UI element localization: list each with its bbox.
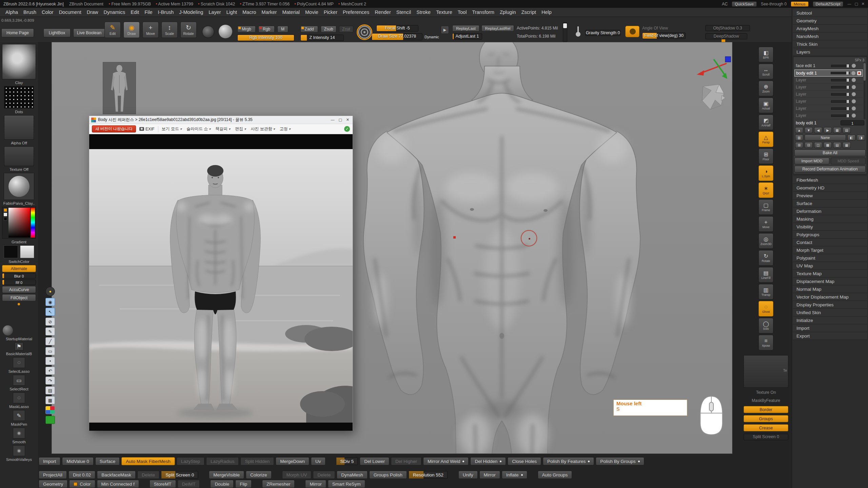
replay-icon[interactable] — [441, 26, 449, 34]
tool-palette-section[interactable]: Deformation — [793, 207, 867, 215]
menu-item[interactable]: Transform — [469, 8, 497, 16]
right-shelf-button[interactable]: ⊞ Floor — [758, 148, 773, 164]
saturation-value-square[interactable] — [8, 208, 30, 238]
layer-mask-icon[interactable] — [824, 142, 832, 148]
undo-icon[interactable]: ↶ — [45, 367, 55, 375]
bake-all-button[interactable]: Bake All — [794, 149, 866, 156]
bottom-bar-button[interactable]: Polish By Groups — [596, 457, 644, 465]
image-viewer-window[interactable]: Body 사진 레퍼런스 > 26e1c1eef58ae9ab0122abd39… — [89, 116, 353, 430]
layer-next-icon[interactable] — [824, 127, 832, 133]
menu-item[interactable]: Picker — [321, 8, 340, 16]
replay-last-button[interactable]: ReplayLast — [452, 25, 479, 32]
layer-visibility-icon[interactable] — [852, 114, 856, 118]
texture-slot-thumbnail[interactable]: Te — [744, 355, 788, 388]
menu-item[interactable]: Help — [539, 8, 554, 16]
bottom-bar-button[interactable]: ZRemesher — [262, 480, 295, 488]
layer-visibility-icon[interactable] — [851, 71, 855, 75]
layer-split-left-icon[interactable] — [847, 135, 855, 141]
bottom-bar-button[interactable]: LazyStep — [177, 457, 204, 465]
bottom-bar-button[interactable]: Smart ReSym — [328, 480, 365, 488]
z-intensity-slider[interactable]: Z Intensity 14 — [300, 35, 344, 41]
menu-item[interactable]: Brush — [21, 8, 39, 16]
menu-item[interactable]: Material — [279, 8, 302, 16]
menu-item[interactable]: Render — [372, 8, 394, 16]
zsub-button[interactable]: Zsub — [321, 26, 336, 33]
menu-item[interactable]: J-Modeling — [176, 8, 206, 16]
obj-shadow-slider[interactable]: ObjShadow 0.3 — [705, 25, 750, 31]
viewer-exif-button[interactable]: EXIF — [139, 127, 155, 131]
layer-row[interactable]: body edit 1 — [794, 69, 863, 77]
viewer-close-icon[interactable] — [346, 118, 349, 122]
menu-item[interactable]: Dynamics — [101, 8, 128, 16]
bottom-bar-button[interactable]: Del Higher — [391, 457, 421, 465]
import-mdd-button[interactable]: Import MDD — [794, 158, 829, 164]
viewer-update-button[interactable]: 새 버전이 나왔습니다 — [92, 125, 136, 133]
redo-icon[interactable]: ↷ — [45, 377, 55, 385]
bottom-bar-button[interactable]: ProjectAll — [39, 471, 67, 479]
right-shelf-button[interactable]: ↻ Rotate — [758, 250, 773, 266]
viewer-minimize-icon[interactable] — [331, 118, 334, 122]
tool-palette-section[interactable]: Thick Skin — [793, 40, 867, 48]
menu-item[interactable]: Texture — [433, 8, 455, 16]
menu-item[interactable]: Stroke — [414, 8, 433, 16]
layer-visibility-icon[interactable] — [852, 85, 856, 89]
menu-item[interactable]: Macro — [240, 8, 259, 16]
bottom-bar-button[interactable]: Min Connected f — [97, 480, 139, 488]
tool-thumbnail[interactable] — [13, 375, 25, 386]
bottom-bar-button[interactable]: Colorize — [246, 471, 272, 479]
green-swatch-icon[interactable] — [45, 416, 55, 424]
bottom-bar-button[interactable]: BackfaceMask — [97, 471, 136, 479]
tool-palette-section[interactable]: Import — [793, 324, 867, 332]
tool-thumbnail[interactable] — [13, 428, 25, 439]
layer-grid-icon[interactable] — [843, 142, 851, 148]
layer-visibility-icon[interactable] — [852, 92, 856, 96]
mdd-speed-button[interactable]: MDD Speed — [831, 158, 866, 164]
material-preview-sphere[interactable] — [2, 302, 36, 336]
texture-on-button[interactable]: Texture On — [744, 389, 788, 396]
menu-item[interactable]: Stencil — [394, 8, 414, 16]
pencil-icon[interactable]: ╱ — [45, 337, 55, 345]
bottom-bar-button[interactable]: Delete — [313, 471, 335, 479]
printer-icon[interactable]: ▤ — [45, 386, 55, 394]
layer-row[interactable]: Layer — [794, 105, 863, 112]
right-shelf-button[interactable]: ◎ Zoom3D — [758, 233, 773, 249]
bottom-bar-button[interactable]: SDiv 5 — [336, 457, 358, 465]
tool-palette-section[interactable]: Masking — [793, 215, 867, 223]
bottom-bar-button[interactable]: Polish By Features — [543, 457, 594, 465]
layer-strength-slider[interactable] — [831, 72, 850, 74]
layer-visibility-icon[interactable] — [852, 106, 856, 110]
tool-palette-section[interactable]: UV Map — [793, 262, 867, 270]
layers-scrollbar[interactable] — [864, 62, 866, 119]
tool-palette-section[interactable]: Display Properties — [793, 301, 867, 309]
lightbulb-icon[interactable]: ● — [45, 287, 55, 296]
viewer-ok-icon[interactable] — [344, 126, 350, 132]
bottom-bar-button[interactable]: MergeVisible — [209, 471, 244, 479]
bottom-bar-button[interactable]: DynaMesh — [337, 471, 368, 479]
tool-palette-section[interactable]: Texture Map — [793, 270, 867, 278]
layer-delete-icon[interactable] — [805, 142, 813, 148]
model-preview-thumbnail[interactable] — [103, 62, 136, 114]
quicksave-button[interactable]: QuickSave — [732, 1, 757, 7]
blur-slider[interactable]: Blur 0 — [2, 273, 36, 279]
bottom-bar-button[interactable]: Surface — [95, 457, 120, 465]
mask-by-feature-button[interactable]: MaskByFeature — [744, 397, 788, 404]
layer-strength-slider[interactable] — [831, 115, 850, 117]
brush-thumbnail[interactable] — [2, 44, 36, 79]
material-thumbnail[interactable] — [4, 173, 34, 200]
menu-item[interactable]: Alpha — [3, 8, 21, 16]
viewer-menu-item[interactable]: 사진 보관함 — [251, 126, 275, 132]
bottom-bar-button[interactable]: Resolution 552 — [409, 471, 448, 479]
layer-name-button[interactable]: Name — [805, 135, 846, 141]
mode-button[interactable]: Move — [142, 22, 159, 38]
stroke-thumbnail[interactable] — [4, 86, 34, 108]
right-shelf-button[interactable]: ▤ LineFill — [758, 267, 773, 283]
mode-button[interactable]: Draw — [123, 22, 140, 38]
menu-item[interactable]: Edit — [128, 8, 142, 16]
bottom-bar-button[interactable]: LazyRadius — [206, 457, 239, 465]
layer-row[interactable]: Layer — [794, 77, 863, 84]
live-boolean-button[interactable]: Live Boolean — [73, 28, 105, 37]
layer-list-icon[interactable] — [833, 142, 841, 148]
palette-icon[interactable] — [45, 406, 55, 414]
bottom-bar-button[interactable]: Auto Groups — [538, 471, 572, 479]
viewer-menu-item[interactable]: 보기 모드 — [162, 126, 182, 132]
